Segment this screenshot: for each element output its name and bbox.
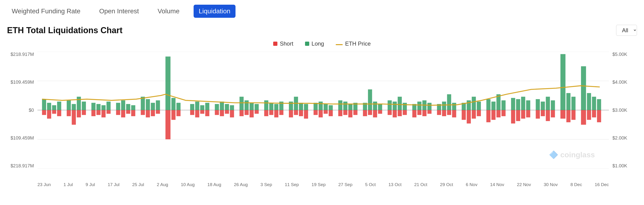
svg-rect-51 <box>324 104 328 110</box>
svg-rect-160 <box>442 110 446 116</box>
svg-rect-63 <box>398 97 402 110</box>
svg-rect-127 <box>240 110 244 116</box>
tab-liquidation[interactable]: Liquidation <box>194 5 236 18</box>
x-label-11: 19 Sep <box>312 182 326 187</box>
svg-rect-105 <box>96 110 101 115</box>
svg-rect-58 <box>368 89 372 110</box>
svg-rect-171 <box>511 110 515 123</box>
svg-rect-151 <box>388 110 392 115</box>
svg-rect-167 <box>486 110 491 122</box>
svg-rect-183 <box>587 110 591 120</box>
x-label-7: 18 Aug <box>208 182 221 187</box>
svg-rect-84 <box>526 100 530 110</box>
x-label-1: 1 Jul <box>64 182 73 187</box>
svg-rect-179 <box>560 110 565 119</box>
tab-open-interest[interactable]: Open Interest <box>94 5 144 17</box>
svg-rect-107 <box>106 110 111 114</box>
tab-volume[interactable]: Volume <box>153 5 184 17</box>
svg-rect-98 <box>52 110 56 114</box>
svg-rect-178 <box>551 110 555 117</box>
timeframe-select[interactable]: All <box>616 25 637 36</box>
x-label-9: 3 Sep <box>260 182 272 187</box>
svg-rect-180 <box>566 110 570 122</box>
svg-rect-129 <box>250 110 254 117</box>
svg-rect-130 <box>255 110 259 114</box>
chart-svg-area <box>38 52 609 169</box>
svg-rect-38 <box>245 100 249 110</box>
svg-rect-75 <box>472 97 476 110</box>
svg-rect-103 <box>82 110 86 115</box>
svg-rect-114 <box>151 110 155 116</box>
svg-rect-71 <box>447 94 451 110</box>
svg-rect-116 <box>166 110 170 139</box>
svg-rect-170 <box>502 110 506 116</box>
svg-rect-166 <box>477 110 481 116</box>
svg-rect-40 <box>255 104 259 110</box>
svg-rect-10 <box>67 100 71 110</box>
svg-rect-14 <box>91 103 96 110</box>
watermark-icon: 🔷 <box>549 150 558 159</box>
svg-rect-55 <box>348 104 352 110</box>
svg-rect-77 <box>486 99 491 110</box>
chart-wrapper: $218.917M $109.459M $0 $109.459M $218.91… <box>7 52 637 187</box>
svg-rect-126 <box>230 110 234 117</box>
svg-rect-91 <box>572 97 576 110</box>
svg-rect-6 <box>42 99 46 110</box>
svg-rect-104 <box>91 110 96 116</box>
svg-rect-19 <box>121 100 125 110</box>
svg-rect-23 <box>146 99 150 110</box>
svg-rect-153 <box>398 110 402 116</box>
long-color <box>305 42 309 46</box>
svg-rect-31 <box>200 105 204 110</box>
tab-bar: Weighted Funding Rate Open Interest Volu… <box>7 5 637 18</box>
svg-rect-124 <box>220 110 224 116</box>
svg-rect-92 <box>581 66 586 110</box>
svg-rect-157 <box>422 110 426 116</box>
y-left-label-3: $109.459M <box>7 135 34 141</box>
svg-rect-21 <box>131 105 135 110</box>
svg-rect-74 <box>467 100 471 110</box>
svg-rect-43 <box>274 104 278 110</box>
chart-title: ETH Total Liquidations Chart <box>7 25 122 35</box>
svg-rect-64 <box>403 103 407 110</box>
svg-rect-20 <box>126 104 130 110</box>
svg-rect-50 <box>318 102 323 110</box>
svg-rect-143 <box>338 110 342 116</box>
svg-rect-48 <box>304 104 308 110</box>
x-label-10: 11 Sep <box>285 182 299 187</box>
y-left-label-2: $0 <box>7 108 34 113</box>
svg-rect-122 <box>205 110 210 116</box>
svg-rect-27 <box>171 98 176 110</box>
svg-rect-12 <box>77 97 81 110</box>
svg-rect-139 <box>314 110 318 115</box>
svg-rect-125 <box>225 110 229 114</box>
svg-rect-181 <box>572 110 576 120</box>
svg-rect-80 <box>502 100 506 110</box>
x-label-21: 8 Dec <box>570 182 582 187</box>
svg-rect-137 <box>299 110 303 116</box>
legend-short: Short <box>273 40 293 47</box>
x-label-22: 16 Dec <box>595 182 609 187</box>
svg-rect-100 <box>67 110 71 116</box>
svg-rect-144 <box>343 110 348 115</box>
svg-rect-148 <box>368 110 372 115</box>
svg-rect-15 <box>96 104 101 110</box>
svg-rect-112 <box>141 110 145 115</box>
x-label-16: 29 Oct <box>440 182 453 187</box>
svg-rect-30 <box>195 102 200 110</box>
svg-rect-29 <box>190 104 194 110</box>
svg-rect-85 <box>536 99 540 110</box>
tab-weighted-funding-rate[interactable]: Weighted Funding Rate <box>7 5 85 17</box>
watermark-text: coinglass <box>560 151 595 159</box>
svg-rect-76 <box>477 102 481 110</box>
x-label-12: 27 Sep <box>338 182 352 187</box>
svg-rect-134 <box>279 110 284 115</box>
y-axis-left: $218.917M $109.459M $0 $109.459M $218.91… <box>7 52 36 169</box>
svg-rect-28 <box>176 103 181 110</box>
svg-rect-172 <box>516 110 520 121</box>
y-right-label-4: $1.00K <box>612 163 637 169</box>
svg-rect-81 <box>511 98 515 110</box>
svg-rect-118 <box>176 110 181 116</box>
svg-rect-93 <box>587 93 591 110</box>
svg-rect-175 <box>536 110 540 119</box>
